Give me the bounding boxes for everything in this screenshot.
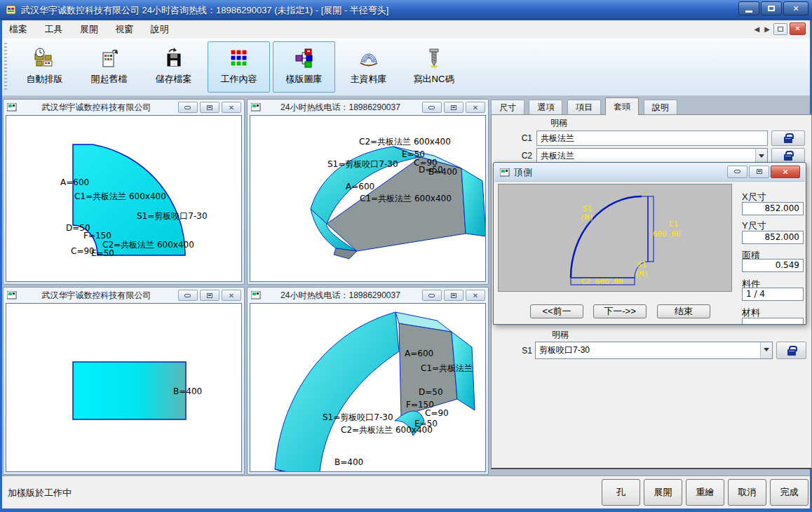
child-restore-button[interactable] — [200, 102, 219, 113]
material-value — [742, 318, 804, 325]
piece-preview-canvas: S1 (M) C1 600.00 S1 (M) C2 600.00 — [498, 184, 732, 292]
close-icon: ✕ — [466, 290, 485, 301]
c1-value-field[interactable]: 共板法兰 — [536, 130, 768, 146]
finish-button[interactable]: 结束 — [657, 304, 710, 318]
menu-unfold[interactable]: 展開 — [73, 20, 105, 39]
lock-icon — [787, 349, 796, 356]
child-minimize-button[interactable] — [422, 290, 442, 301]
application-window: 武汉华宇诚数控科技有限公司 24小时咨询热线：18986290037 (未指定1… — [0, 0, 812, 512]
child-window-rect-pattern: 武汉华宇诚数控科技有限公司 ✕ B=400 — [3, 287, 245, 475]
previous-button[interactable]: <<前一 — [530, 304, 583, 318]
toolbar-work-content[interactable]: 工作內容 — [208, 41, 270, 93]
toolbar-open-file[interactable]: 開起舊檔 — [78, 41, 140, 93]
tab-options[interactable]: 選項 — [529, 100, 562, 115]
child-window-titlebar[interactable]: 24小时热线电话：18986290037 ✕ — [248, 100, 488, 115]
menu-window[interactable]: 視窗 — [108, 20, 140, 39]
child-minimize-button[interactable] — [422, 102, 442, 113]
hole-button[interactable]: 孔 — [602, 479, 640, 506]
c2-lock-button[interactable] — [771, 148, 805, 163]
annotation-label: C2=共板法兰 600x400 — [359, 136, 451, 148]
child-window-titlebar[interactable]: 24小时热线电话：18986290037 ✕ — [248, 288, 488, 303]
piece-count-value: 1 / 4 — [742, 288, 804, 301]
mdi-restore-button[interactable] — [773, 23, 787, 35]
minimize-icon — [428, 294, 435, 297]
annotation-label: C2=共板法兰 600x400 — [341, 424, 433, 436]
minimize-icon — [184, 106, 191, 109]
toolbar-grip[interactable] — [4, 43, 7, 91]
child-window-titlebar[interactable]: 武汉华宇诚数控科技有限公司 ✕ — [4, 288, 244, 303]
close-button[interactable]: ✕ — [783, 1, 808, 15]
row-id-s1: S1 — [492, 346, 532, 356]
menu-tools[interactable]: 工具 — [37, 20, 69, 39]
child-close-button[interactable]: ✕ — [222, 102, 241, 113]
dialog-maximize-button[interactable] — [749, 166, 769, 178]
preview-label: (M) — [580, 213, 594, 222]
child-close-button[interactable]: ✕ — [466, 102, 485, 113]
child-minimize-button[interactable] — [178, 102, 198, 113]
close-icon: ✕ — [466, 102, 485, 113]
preview-label: S1 — [637, 260, 647, 269]
window-title: 武汉华宇诚数控科技有限公司 24小时咨询热线：18986290037 (未指定1… — [21, 0, 388, 20]
document-icon — [7, 103, 17, 112]
next-button[interactable]: 下一->> — [593, 304, 647, 318]
unfold-button[interactable]: 展開 — [644, 479, 682, 506]
child-window-titlebar[interactable]: 武汉华宇诚数控科技有限公司 ✕ — [4, 100, 244, 115]
work-content-icon — [228, 47, 250, 69]
tab-items[interactable]: 項目 — [567, 100, 601, 115]
child-restore-button[interactable] — [444, 290, 463, 301]
dialog-titlebar[interactable]: 頂側 ✕ — [494, 163, 805, 182]
maximize-button[interactable] — [761, 1, 782, 15]
minimize-icon — [745, 11, 752, 13]
lock-icon — [784, 154, 792, 161]
child-close-button[interactable]: ✕ — [466, 290, 485, 301]
toolbar-template-library[interactable]: 樣版圖庫 — [273, 41, 335, 93]
dialog-icon — [500, 168, 510, 177]
menu-file[interactable]: 檔案 — [2, 20, 34, 39]
close-icon: ✕ — [784, 2, 808, 15]
child-close-button[interactable]: ✕ — [222, 290, 241, 301]
annotation-label: C=90 — [425, 408, 449, 418]
cancel-button[interactable]: 取消 — [728, 479, 766, 506]
restore-icon — [207, 105, 212, 110]
dialog-close-button[interactable]: ✕ — [771, 166, 800, 178]
tab-dimensions[interactable]: 尺寸 — [491, 100, 525, 115]
redraw-button[interactable]: 重繪 — [686, 479, 724, 506]
status-message: 加樣版於工作中 — [8, 487, 72, 499]
tab-help[interactable]: 說明 — [644, 100, 677, 115]
toolbar-save-file[interactable]: 儲存檔案 — [142, 41, 205, 93]
child-restore-button[interactable] — [200, 290, 219, 301]
child-window-3d-bottom: 24小时热线电话：18986290037 ✕ — [247, 287, 489, 475]
document-icon — [251, 291, 261, 299]
minimize-button[interactable] — [738, 1, 759, 15]
nav-forward-icon[interactable]: ▶ — [763, 25, 771, 33]
toolbar: 自動排版 開起舊檔 儲存檔案 — [2, 39, 810, 96]
title-bar[interactable]: 武汉华宇诚数控科技有限公司 24小时咨询热线：18986290037 (未指定1… — [0, 0, 812, 20]
done-button[interactable]: 完成 — [770, 479, 808, 506]
toolbar-main-database[interactable]: 主資料庫 — [337, 41, 400, 93]
child-window-title: 武汉华宇诚数控科技有限公司 — [19, 100, 174, 115]
menu-help[interactable]: 說明 — [144, 20, 176, 39]
drawing-area-3d: C2=共板法兰 600x400 S1=剪板咬口7-30 E=50 C=90 D=… — [250, 115, 486, 282]
c1-lock-button[interactable] — [771, 130, 805, 146]
chevron-down-icon[interactable] — [755, 149, 767, 163]
chevron-down-icon[interactable] — [760, 342, 772, 358]
nav-back-icon[interactable]: ◀ — [753, 25, 762, 33]
mdi-close-button[interactable]: ✕ — [790, 22, 806, 35]
restore-icon — [207, 293, 212, 298]
s1-lock-button[interactable] — [776, 342, 806, 359]
s1-value-combobox[interactable]: 剪板咬口7-30 — [535, 342, 773, 359]
child-window-3d-top: 24小时热线电话：18986290037 ✕ — [247, 99, 489, 285]
elbow-3d-drawing — [250, 304, 486, 472]
toolbar-auto-nest[interactable]: 自動排版 — [13, 41, 76, 93]
dialog-minimize-button[interactable] — [727, 166, 747, 178]
tab-connectors[interactable]: 套頭 — [605, 97, 639, 115]
child-restore-button[interactable] — [444, 102, 463, 113]
toolbar-write-nc[interactable]: 寫出NC碼 — [402, 41, 465, 93]
child-minimize-button[interactable] — [178, 290, 198, 301]
save-file-icon — [163, 47, 185, 69]
drawing-area-rect: B=400 — [6, 303, 242, 472]
c2-value-combobox[interactable]: 共板法兰 — [536, 148, 768, 163]
minimize-icon — [184, 294, 191, 297]
open-file-icon — [98, 47, 121, 69]
annotation-label: A=600 — [60, 177, 89, 187]
